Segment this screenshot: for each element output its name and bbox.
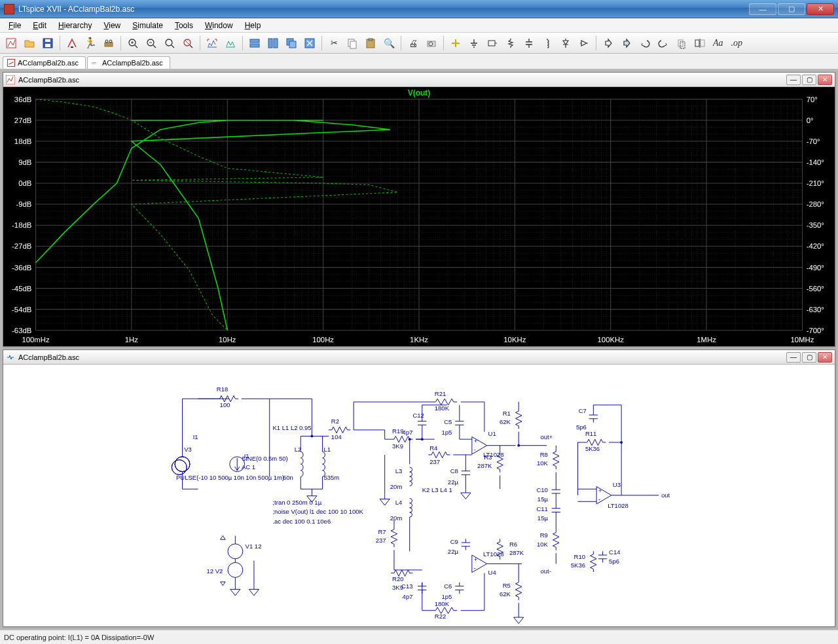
- spice-directive-button[interactable]: .op: [728, 35, 746, 52]
- text-button[interactable]: Aa: [710, 35, 727, 52]
- svg-text:R8: R8: [540, 451, 548, 458]
- diode-button[interactable]: [557, 35, 574, 52]
- menu-simulate[interactable]: Simulate: [126, 20, 169, 31]
- svg-text:15µ: 15µ: [537, 514, 549, 522]
- svg-text:.ac dec 100 0.1 10e6: .ac dec 100 0.1 10e6: [272, 518, 331, 525]
- svg-text:-18dB: -18dB: [12, 221, 31, 229]
- resistor-button[interactable]: [502, 35, 519, 52]
- close-button[interactable]: ✕: [807, 3, 834, 15]
- zoom-out-button[interactable]: [143, 35, 160, 52]
- control-panel-button[interactable]: [64, 35, 81, 52]
- tab-schematic[interactable]: ACclampBal2b.asc: [87, 56, 170, 69]
- svg-text:1p5: 1p5: [442, 593, 452, 600]
- zoom-in-button[interactable]: [124, 35, 141, 52]
- svg-text:5p6: 5p6: [609, 558, 619, 565]
- tile-vert-button[interactable]: [264, 35, 282, 52]
- svg-text:1MHz: 1MHz: [697, 336, 716, 344]
- plot-area[interactable]: V(out) 100mHz1Hz10Hz100Hz1KHz10KHz100KHz…: [3, 87, 835, 346]
- svg-text:-280°: -280°: [807, 200, 824, 208]
- svg-text:62K: 62K: [500, 590, 511, 598]
- menu-tools[interactable]: Tools: [169, 20, 199, 31]
- ground-button[interactable]: [465, 35, 483, 52]
- cascade-button[interactable]: [283, 35, 300, 52]
- svg-text:10K: 10K: [537, 460, 549, 467]
- paste-button[interactable]: [362, 35, 379, 52]
- trace-label: V(out): [408, 88, 431, 98]
- capacitor-button[interactable]: [520, 35, 537, 52]
- svg-rect-5: [105, 43, 113, 46]
- inductor-button[interactable]: [539, 35, 556, 52]
- minimize-button[interactable]: —: [749, 3, 776, 15]
- svg-text:R3: R3: [484, 454, 492, 461]
- rotate-button[interactable]: [673, 35, 690, 52]
- zoom-full-button[interactable]: [179, 35, 196, 52]
- svg-text:62K: 62K: [500, 419, 511, 426]
- svg-text:L1: L1: [323, 446, 331, 454]
- svg-text:100: 100: [220, 401, 230, 408]
- drag-button[interactable]: [618, 35, 635, 52]
- menu-window[interactable]: Window: [199, 20, 239, 31]
- redo-button[interactable]: [655, 35, 672, 52]
- new-schematic-button[interactable]: [3, 35, 20, 52]
- svg-rect-15: [274, 39, 278, 48]
- schematic-window-titlebar[interactable]: ACclampBal2b.asc — ▢ ✕: [3, 350, 835, 365]
- draw-wire-button[interactable]: [447, 35, 464, 52]
- sch-close-button[interactable]: ✕: [818, 352, 832, 363]
- menu-help[interactable]: Help: [239, 20, 267, 31]
- menu-edit[interactable]: Edit: [27, 20, 52, 31]
- svg-text:5p6: 5p6: [576, 423, 587, 431]
- svg-text:L4: L4: [395, 499, 403, 507]
- menu-hierarchy[interactable]: Hierarchy: [52, 20, 98, 31]
- schematic-area[interactable]: I1R18100V3SINE(0 0.5m 50)AC 1PULSE(-10 1…: [3, 365, 835, 626]
- plot-close-button[interactable]: ✕: [818, 75, 832, 85]
- pick-visco-button[interactable]: [222, 35, 239, 52]
- plot-min-button[interactable]: —: [786, 75, 801, 85]
- move-button[interactable]: [600, 35, 617, 52]
- tile-horiz-button[interactable]: [246, 35, 263, 52]
- svg-text:287K: 287K: [509, 550, 524, 557]
- print-setup-button[interactable]: [423, 35, 440, 52]
- plot-canvas[interactable]: 100mHz1Hz10Hz100Hz1KHz10KHz100KHz1MHz10M…: [3, 87, 835, 346]
- svg-text:C13: C13: [401, 583, 412, 590]
- svg-text:C10: C10: [536, 486, 547, 493]
- print-button[interactable]: 🖨: [405, 35, 422, 52]
- zoom-area-button[interactable]: [161, 35, 178, 52]
- save-button[interactable]: [39, 35, 56, 52]
- svg-point-273: [228, 544, 243, 559]
- menu-file[interactable]: File: [3, 20, 27, 31]
- sch-min-button[interactable]: —: [786, 352, 801, 363]
- tab-plot[interactable]: ACclampBal2b.asc: [3, 56, 86, 69]
- maximize-button[interactable]: ▢: [778, 3, 805, 15]
- find-button[interactable]: 🔍: [380, 35, 397, 52]
- svg-text:R11: R11: [585, 431, 596, 438]
- svg-text:L2: L2: [295, 446, 302, 454]
- run-button[interactable]: 🏃: [82, 35, 99, 52]
- undo-button[interactable]: [636, 35, 653, 52]
- halt-button[interactable]: [100, 35, 117, 52]
- schematic-canvas[interactable]: I1R18100V3SINE(0 0.5m 50)AC 1PULSE(-10 1…: [3, 365, 835, 626]
- open-button[interactable]: [21, 35, 38, 52]
- plot-max-button[interactable]: ▢: [802, 75, 816, 85]
- svg-text:I1: I1: [193, 434, 198, 441]
- svg-point-177: [172, 460, 187, 475]
- cut-button[interactable]: ✂: [325, 35, 342, 52]
- svg-text:15µ: 15µ: [537, 496, 549, 503]
- sch-max-button[interactable]: ▢: [802, 352, 816, 363]
- svg-point-232: [620, 441, 623, 444]
- menu-view[interactable]: View: [98, 20, 126, 31]
- svg-text:5K36: 5K36: [571, 562, 585, 569]
- label-net-button[interactable]: [484, 35, 501, 52]
- mirror-button[interactable]: [691, 35, 708, 52]
- component-button[interactable]: [575, 35, 592, 52]
- svg-text:+: +: [474, 556, 478, 563]
- autorange-button[interactable]: [204, 35, 221, 52]
- svg-text:237: 237: [376, 537, 386, 545]
- svg-text:C14: C14: [609, 549, 620, 556]
- plot-window-titlebar[interactable]: ACclampBal2b.asc — ▢ ✕: [3, 73, 835, 87]
- svg-text:V1  12: V1 12: [246, 543, 262, 550]
- schematic-window: ACclampBal2b.asc — ▢ ✕ I1R18100V3SINE(0 …: [3, 349, 835, 627]
- copy-button[interactable]: [344, 35, 361, 52]
- close-win-button[interactable]: [301, 35, 318, 52]
- svg-text:27dB: 27dB: [14, 116, 32, 124]
- svg-text:C7: C7: [579, 408, 587, 415]
